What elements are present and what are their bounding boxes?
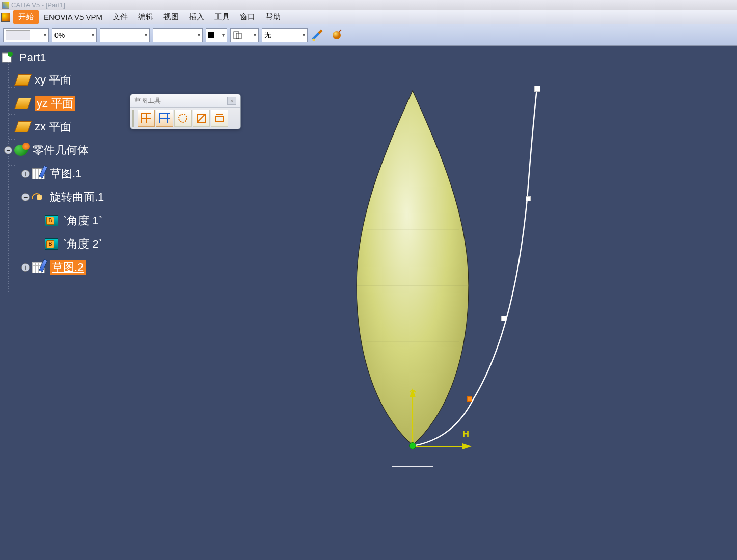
chevron-down-icon: ▾ [44, 32, 46, 38]
sketch-tools-row [130, 108, 240, 129]
constraint-icon [196, 113, 207, 124]
spline-endpoint[interactable] [534, 86, 540, 92]
line-weight-combo[interactable]: ▾ [100, 28, 150, 42]
parameter-icon [45, 238, 58, 250]
angle-label: `角度 1` [63, 213, 102, 228]
tree-sketch-2[interactable]: + 草图.2 [1, 260, 104, 275]
sketch-icon [32, 262, 45, 273]
tree-root-label: Part1 [19, 51, 46, 64]
part-icon [1, 52, 14, 63]
app-icon [2, 2, 9, 9]
expand-toggle[interactable]: + [21, 170, 30, 178]
close-icon[interactable]: × [227, 97, 236, 105]
svg-point-15 [179, 114, 187, 122]
expand-toggle[interactable]: + [21, 263, 30, 272]
spline-control-point[interactable] [526, 196, 531, 201]
revolve-icon [32, 192, 45, 203]
body-label: 零件几何体 [33, 143, 89, 158]
menu-app-icon [1, 13, 10, 22]
sketch-tools-panel[interactable]: 草图工具 × [130, 94, 241, 129]
fill-swatch [6, 30, 30, 40]
chevron-down-icon: ▾ [145, 32, 147, 38]
menu-bar: 开始 ENOVIA V5 VPM 文件 编辑 视图 插入 工具 窗口 帮助 [0, 10, 737, 24]
grid-tool[interactable] [138, 110, 155, 127]
parameter-icon [45, 215, 58, 226]
geom-constraint-tool[interactable] [193, 110, 210, 127]
painter-brush-icon[interactable] [311, 28, 326, 42]
chevron-down-icon: ▾ [254, 32, 256, 38]
construction-tool[interactable] [174, 110, 192, 127]
svg-point-3 [333, 31, 341, 39]
body-icon [14, 145, 28, 156]
render-style-combo[interactable]: 无 ▾ [262, 28, 308, 42]
tree-revolve[interactable]: − 旋转曲面.1 [1, 190, 104, 205]
menu-enovia[interactable]: ENOVIA V5 VPM [39, 11, 107, 23]
plane-label: zx 平面 [35, 119, 71, 135]
snap-icon [159, 113, 170, 123]
render-style-value: 无 [264, 31, 271, 40]
menu-window[interactable]: 窗口 [235, 10, 260, 24]
chevron-down-icon: ▾ [92, 32, 94, 38]
line-type-swatch [155, 35, 191, 35]
grid-icon [141, 113, 151, 123]
plane-label: yz 平面 [35, 96, 75, 111]
chevron-down-icon: ▾ [303, 32, 305, 38]
chevron-down-icon: ▾ [222, 32, 225, 38]
collapse-toggle[interactable]: − [21, 193, 30, 201]
menu-help[interactable]: 帮助 [260, 10, 286, 24]
snap-tool[interactable] [156, 110, 173, 127]
h-axis-label: H [462, 429, 469, 440]
plane-label: xy 平面 [35, 72, 71, 88]
specification-tree[interactable]: Part1 xy 平面 yz 平面 zx 平面 − 零件几何体 + 草图.1 − [1, 51, 104, 283]
point-color-combo[interactable]: ▾ [206, 28, 227, 42]
menu-start[interactable]: 开始 [13, 10, 39, 24]
sketch-label: 草图.2 [50, 260, 86, 275]
tree-root[interactable]: Part1 [1, 51, 104, 64]
tree-angle-1[interactable]: `角度 1` [1, 213, 104, 228]
svg-marker-7 [462, 443, 472, 449]
plane-icon [14, 98, 32, 109]
origin-point[interactable] [409, 442, 416, 449]
sketch-tools-title: 草图工具 [134, 96, 161, 105]
plane-icon [14, 74, 32, 86]
angle-label: `角度 2` [63, 236, 102, 252]
tree-partbody[interactable]: − 零件几何体 [1, 143, 104, 158]
menu-insert[interactable]: 插入 [184, 10, 209, 24]
spline-control-point[interactable] [501, 316, 506, 321]
point-color-swatch [208, 32, 214, 38]
painter-ball-icon[interactable] [329, 28, 344, 42]
tree-plane-xy[interactable]: xy 平面 [1, 72, 104, 88]
spline-tangent-point[interactable] [467, 396, 472, 402]
sketch-label: 草图.1 [50, 166, 81, 181]
collapse-toggle[interactable]: − [4, 146, 12, 154]
construction-icon [177, 113, 188, 124]
title-bar: CATIA V5 - [Part1] [0, 0, 737, 10]
sketch-tools-header[interactable]: 草图工具 × [130, 94, 240, 108]
opacity-combo[interactable]: 0% ▾ [52, 28, 97, 42]
svg-point-2 [312, 38, 315, 41]
dim-constraint-tool[interactable] [211, 110, 228, 127]
svg-rect-18 [216, 117, 223, 122]
line-type-combo[interactable]: ▾ [153, 28, 203, 42]
window-title: CATIA V5 - [Part1] [11, 1, 65, 9]
viewport[interactable]: H Part1 xy 平面 yz 平面 zx 平面 [0, 46, 737, 560]
tree-angle-2[interactable]: `角度 2` [1, 236, 104, 252]
graphic-properties-toolbar: ▾ 0% ▾ ▾ ▾ ▾ ▾ 无 ▾ [0, 24, 737, 46]
revolve-label: 旋转曲面.1 [50, 190, 104, 205]
dimension-icon [214, 113, 225, 124]
sketch-icon [32, 168, 45, 179]
tree-plane-yz[interactable]: yz 平面 [1, 96, 104, 111]
plane-icon [14, 121, 32, 132]
menu-file[interactable]: 文件 [107, 10, 133, 24]
chevron-down-icon: ▾ [198, 32, 200, 38]
opacity-value: 0% [54, 31, 65, 39]
point-symbol-combo[interactable]: ▾ [230, 28, 259, 42]
tree-plane-zx[interactable]: zx 平面 [1, 119, 104, 135]
tree-sketch-1[interactable]: + 草图.1 [1, 166, 104, 181]
fill-color-combo[interactable]: ▾ [3, 28, 49, 42]
geometry-canvas [0, 46, 737, 560]
line-weight-swatch [102, 35, 138, 35]
menu-view[interactable]: 视图 [158, 10, 184, 24]
menu-edit[interactable]: 编辑 [133, 10, 158, 24]
menu-tools[interactable]: 工具 [209, 10, 235, 24]
